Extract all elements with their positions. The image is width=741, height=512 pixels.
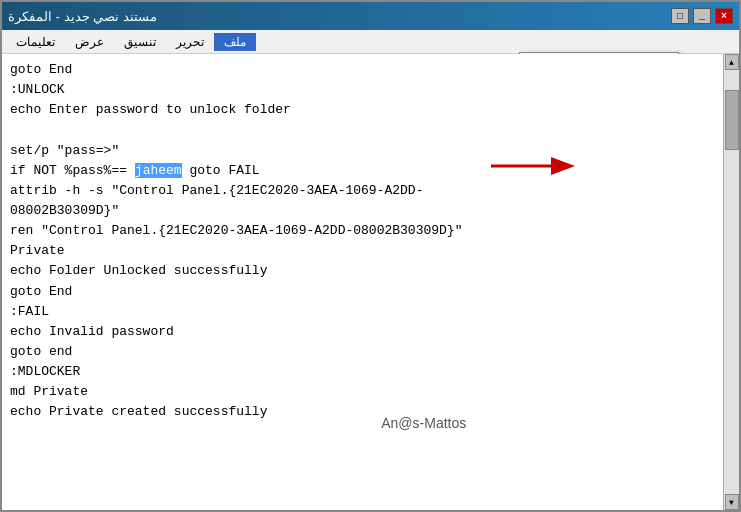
minimize-button[interactable]: _ xyxy=(693,8,711,24)
scroll-down[interactable]: ▼ xyxy=(725,494,739,510)
maximize-button[interactable]: □ xyxy=(671,8,689,24)
window-controls: × _ □ xyxy=(671,8,733,24)
menu-file[interactable]: ملف xyxy=(214,33,256,51)
main-window: × _ □ مستند نصي جديد - المفكرة ملف تحرير… xyxy=(0,0,741,512)
title-bar: × _ □ مستند نصي جديد - المفكرة xyxy=(2,2,739,30)
watermark: An@s-Mattos xyxy=(381,415,466,431)
menu-edit[interactable]: تحرير xyxy=(166,33,214,51)
close-button[interactable]: × xyxy=(715,8,733,24)
menu-help[interactable]: تعليمات xyxy=(6,33,65,51)
menu-view[interactable]: عرض xyxy=(65,33,114,51)
window-title: مستند نصي جديد - المفكرة xyxy=(8,9,157,24)
scroll-up[interactable]: ▲ xyxy=(725,54,739,70)
scroll-thumb[interactable] xyxy=(725,90,739,150)
content-area: goto End :UNLOCK echo Enter password to … xyxy=(2,54,739,510)
menu-bar: ملف تحرير تنسيق عرض تعليمات جديد Ctrl+N … xyxy=(2,30,739,54)
menu-format[interactable]: تنسيق xyxy=(114,33,166,51)
highlight-jaheem: jaheem xyxy=(135,163,182,178)
code-editor[interactable]: goto End :UNLOCK echo Enter password to … xyxy=(2,54,723,510)
vertical-scrollbar[interactable]: ▲ ▼ xyxy=(723,54,739,510)
